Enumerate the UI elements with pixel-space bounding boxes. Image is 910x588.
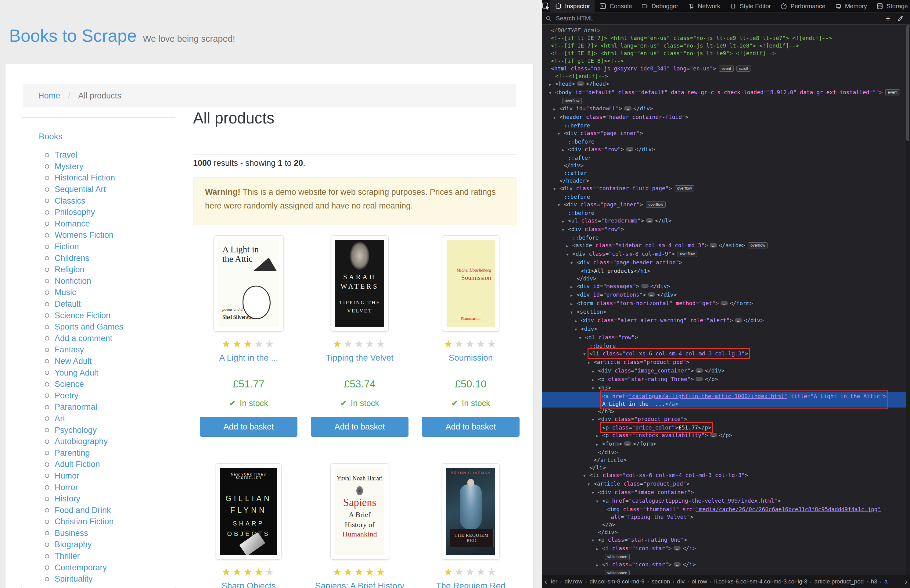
expand-ellipsis[interactable]: … — [696, 368, 703, 373]
twisty-icon[interactable]: ▶ — [570, 283, 576, 291]
markup-line[interactable]: ::before — [542, 209, 906, 217]
markup-line[interactable]: <!DOCTYPE html> — [542, 26, 906, 34]
markup-line[interactable]: ▼<li class="col-xs-6 col-sm-4 col-md-3 c… — [542, 471, 906, 480]
expand-ellipsis[interactable]: … — [674, 562, 681, 567]
product-cover[interactable]: NEW YORK TIMES BESTSELLERGILLIAN FLYNNSH… — [216, 463, 282, 560]
product-cover[interactable]: A Light in the Atticpoems and drawings b… — [214, 235, 284, 332]
markup-line[interactable]: ▼<div class="page_inner"> — [542, 129, 906, 138]
twisty-icon[interactable]: ▼ — [554, 185, 559, 193]
markup-line[interactable]: ▼<a href="catalogue/tipping-the-velvet_9… — [542, 497, 906, 506]
markup-line[interactable]: <a href="catalogue/a-light-in-the-attic_… — [542, 392, 906, 407]
tab-performance[interactable]: Performance — [776, 0, 830, 12]
markup-line[interactable]: ▼<section> — [542, 308, 906, 317]
product-cover[interactable]: SARAH WATERSTIPPING THE VELVET — [331, 235, 389, 332]
add-to-basket-button[interactable]: Add to basket — [200, 417, 298, 437]
twisty-icon[interactable]: ▶ — [575, 317, 581, 325]
markup-line[interactable]: </header> — [542, 177, 906, 184]
twisty-icon[interactable]: ▶ — [570, 300, 576, 308]
crumbs-scroll-left-icon[interactable]: ‹ — [542, 577, 550, 586]
markup-line[interactable]: whitespace — [542, 553, 906, 561]
crumb-item[interactable]: ol.row — [690, 578, 708, 585]
markup-line[interactable]: ▼<article class="product_pod"> — [542, 358, 906, 367]
markup-line[interactable]: ▼<div class="row"> — [542, 225, 906, 234]
twisty-icon[interactable]: ▼ — [588, 481, 594, 488]
expand-ellipsis[interactable]: … — [641, 284, 649, 288]
tab-debugger[interactable]: Debugger — [637, 0, 683, 12]
product-title-link[interactable]: Soumission — [415, 353, 526, 363]
markup-line[interactable]: ::before — [542, 342, 906, 350]
markup-line[interactable]: ▼<li class="col-xs-6 col-sm-4 col-md-3 c… — [542, 350, 906, 358]
twisty-icon[interactable]: ▶ — [562, 146, 568, 154]
tab-console[interactable]: Console — [594, 0, 636, 12]
expand-ellipsis[interactable]: … — [709, 243, 717, 247]
markup-line[interactable]: <!--[if gt IE 8]><!--> — [542, 57, 906, 65]
expand-ellipsis[interactable]: … — [721, 301, 728, 305]
expand-ellipsis[interactable]: … — [648, 292, 655, 297]
markup-line[interactable]: ▶<form class="form-horizontal" method="g… — [542, 299, 906, 308]
twisty-icon[interactable]: ▼ — [554, 114, 559, 122]
markup-line[interactable]: <h1>All products</h1> — [542, 267, 906, 275]
markup-line[interactable]: ▶<i class="icon-star">…</i> — [542, 561, 906, 569]
product-title-link[interactable]: Tipping the Velvet — [304, 353, 415, 363]
markup-line[interactable]: <img class="thumbnail" src="media/cache/… — [542, 506, 906, 513]
twisty-icon[interactable]: ▼ — [592, 385, 598, 392]
eyedropper-icon[interactable] — [897, 15, 906, 22]
markup-line[interactable]: ▶<aside class="sidebar col-sm-4 col-md-3… — [542, 241, 906, 250]
markup-line[interactable]: ▶<div class="alert alert-warning" role="… — [542, 317, 906, 325]
twisty-icon[interactable]: ▼ — [558, 130, 564, 138]
crumb-item[interactable]: div.row — [563, 578, 584, 585]
markup-line[interactable]: ::after — [542, 169, 906, 177]
twisty-icon[interactable]: ▼ — [592, 489, 598, 497]
markup-line[interactable]: ▼<div class="col-sm-8 col-md-9">overflow — [542, 250, 906, 258]
markup-line[interactable]: <!--[if lt IE 7]> <html lang="en-us" cla… — [542, 34, 906, 42]
twisty-icon[interactable]: ▶ — [592, 368, 598, 375]
markup-line[interactable]: </div> — [542, 162, 906, 169]
twisty-icon[interactable]: ▶ — [596, 545, 602, 553]
expand-ellipsis[interactable]: … — [646, 218, 653, 223]
tab-memory[interactable]: Memory — [830, 0, 871, 12]
markup-line[interactable]: ▶<div class="row">…</div> — [542, 145, 906, 154]
markup-line[interactable]: <p class="price_color">£51.77</p> — [542, 424, 906, 431]
twisty-icon[interactable]: ▶ — [596, 562, 602, 569]
twisty-icon[interactable]: ▶ — [554, 105, 559, 113]
markup-line[interactable]: ▶<div id="shadowLL">…</div> — [542, 105, 906, 113]
markup-line[interactable]: ▶<div class="image_container">…</div> — [542, 367, 906, 375]
devtools-scrollbar[interactable] — [906, 25, 910, 575]
markup-line[interactable]: </div> — [542, 448, 906, 456]
crumb-item[interactable]: h3 — [870, 578, 879, 585]
product-cover[interactable]: BRYNN CHAPMANTHE REQUIEM RED — [442, 463, 500, 560]
tab-network[interactable]: Network — [683, 0, 725, 12]
twisty-icon[interactable]: ▼ — [566, 251, 572, 258]
markup-line[interactable]: ▶<div id="messages">…</div> — [542, 282, 906, 291]
markup-line[interactable]: ::before — [542, 138, 906, 145]
markup-line[interactable]: ▶<form>…</form> — [542, 440, 906, 448]
twisty-icon[interactable]: ▼ — [596, 498, 602, 506]
markup-line[interactable]: </h3> — [542, 407, 906, 415]
crumb-item[interactable]: section — [650, 578, 671, 585]
crumb-item[interactable]: div — [676, 578, 686, 585]
markup-line[interactable]: ▼<body id="default" class="default" data… — [542, 89, 906, 97]
markup-line[interactable]: ▼<article class="product_pod"> — [542, 480, 906, 488]
markup-line[interactable]: </div> — [542, 275, 906, 282]
expand-ellipsis[interactable]: … — [696, 377, 703, 381]
markup-line[interactable]: </article> — [542, 456, 906, 464]
twisty-icon[interactable]: ▼ — [579, 334, 585, 342]
twisty-icon[interactable]: ▶ — [570, 292, 576, 299]
twisty-icon[interactable]: ▼ — [558, 202, 564, 209]
twisty-icon[interactable]: ▼ — [592, 537, 598, 544]
markup-line[interactable]: ▼<ol class="row"> — [542, 333, 906, 342]
tab-style[interactable]: {}Style Editor — [725, 0, 776, 12]
twisty-icon[interactable]: ▼ — [570, 309, 576, 317]
expand-ellipsis[interactable]: … — [710, 433, 717, 438]
add-node-button[interactable]: + — [882, 14, 894, 23]
markup-line[interactable]: ▼<div class="image_container"> — [542, 488, 906, 497]
twisty-icon[interactable]: ▶ — [549, 81, 555, 89]
twisty-icon[interactable]: ▼ — [588, 359, 594, 367]
twisty-icon[interactable]: ▼ — [575, 326, 581, 333]
markup-line[interactable]: </a> — [542, 521, 906, 528]
product-cover[interactable]: Michel HouellebecqSoumissionFlammarion — [442, 235, 499, 332]
twisty-icon[interactable]: ▼ — [562, 226, 568, 234]
expand-ellipsis[interactable]: … — [624, 441, 631, 446]
devtools-markup-view[interactable]: <!DOCTYPE html><!--[if lt IE 7]> <html l… — [542, 25, 906, 575]
markup-line[interactable]: ▼<div class="product_price"> — [542, 415, 906, 424]
